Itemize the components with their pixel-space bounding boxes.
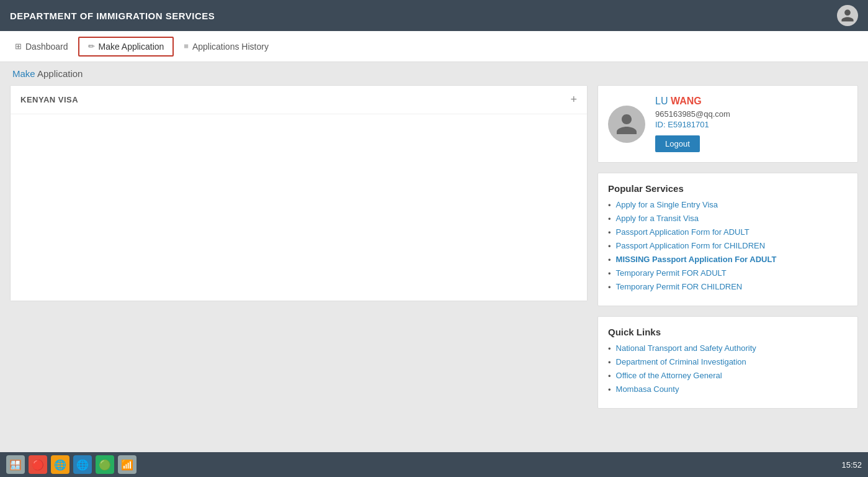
main-content: KENYAN VISA + LU WANG 965163985@qq.co <box>0 85 868 419</box>
app-title: DEPARTMENT OF IMMIGRATION SERVICES <box>10 11 215 21</box>
navbar: ⊞ Dashboard ✏ Make Application ≡ Applica… <box>0 31 868 62</box>
list-item: Mombasa County <box>608 384 848 394</box>
list-icon: ≡ <box>184 42 189 51</box>
nav-applications-history[interactable]: ≡ Applications History <box>174 37 279 57</box>
user-info: LU WANG 965163985@qq.com ID: E59181701 L… <box>655 96 848 152</box>
list-item: Apply for a Single Entry Visa <box>608 200 848 210</box>
service-link-passport-adult[interactable]: Passport Application Form for ADULT <box>616 227 749 237</box>
quick-links-card: Quick Links National Transport and Safet… <box>597 316 858 409</box>
service-link-temp-children[interactable]: Temporary Permit FOR CHILDREN <box>616 282 743 291</box>
list-item: National Transport and Safety Authority <box>608 343 848 353</box>
popular-services-list: Apply for a Single Entry Visa Apply for … <box>608 200 848 292</box>
popular-services-title: Popular Services <box>608 183 848 194</box>
service-link-missing-passport[interactable]: MISSING Passport Application For ADULT <box>616 255 777 264</box>
user-card: LU WANG 965163985@qq.com ID: E59181701 L… <box>597 85 858 163</box>
kenyan-visa-expand-button[interactable]: + <box>570 93 577 106</box>
list-item: Temporary Permit FOR ADULT <box>608 268 848 278</box>
quick-links-list: National Transport and Safety Authority … <box>608 343 848 394</box>
quick-link-dci[interactable]: Department of Criminal Investigation <box>616 357 746 366</box>
avatar <box>608 106 645 143</box>
quick-link-attorney[interactable]: Office of the Attorney General <box>616 371 722 380</box>
kenyan-visa-header: KENYAN VISA + <box>11 86 587 114</box>
left-panel: KENYAN VISA + <box>10 85 588 409</box>
service-link-single-entry[interactable]: Apply for a Single Entry Visa <box>616 200 718 209</box>
list-item: Passport Application Form for ADULT <box>608 227 848 237</box>
list-item: MISSING Passport Application For ADULT <box>608 255 848 265</box>
nav-dashboard[interactable]: ⊞ Dashboard <box>5 37 78 57</box>
kenyan-visa-title: KENYAN VISA <box>20 95 78 104</box>
user-email: 965163985@qq.com <box>655 109 848 119</box>
list-item: Office of the Attorney General <box>608 371 848 381</box>
grid-icon: ⊞ <box>15 42 22 51</box>
user-id: ID: E59181701 <box>655 120 848 129</box>
service-link-transit-visa[interactable]: Apply for a Transit Visa <box>616 214 699 223</box>
kenyan-visa-panel: KENYAN VISA + <box>10 85 588 301</box>
popular-services-card: Popular Services Apply for a Single Entr… <box>597 173 858 306</box>
kenyan-visa-body <box>11 114 587 301</box>
quick-links-title: Quick Links <box>608 327 848 337</box>
user-name: LU WANG <box>655 96 848 107</box>
header-user-icon[interactable] <box>837 5 858 26</box>
breadcrumb: Make Application <box>0 62 868 85</box>
logout-button[interactable]: Logout <box>655 135 700 152</box>
list-item: Passport Application Form for CHILDREN <box>608 241 848 251</box>
right-panel: LU WANG 965163985@qq.com ID: E59181701 L… <box>597 85 858 409</box>
list-item: Apply for a Transit Visa <box>608 214 848 224</box>
service-link-temp-adult[interactable]: Temporary Permit FOR ADULT <box>616 268 727 278</box>
app-header: DEPARTMENT OF IMMIGRATION SERVICES <box>0 0 868 31</box>
quick-link-mombasa[interactable]: Mombasa County <box>616 384 679 394</box>
list-item: Department of Criminal Investigation <box>608 357 848 367</box>
nav-make-application[interactable]: ✏ Make Application <box>78 37 174 57</box>
service-link-passport-children[interactable]: Passport Application Form for CHILDREN <box>616 241 766 250</box>
list-item: Temporary Permit FOR CHILDREN <box>608 282 848 292</box>
pencil-icon: ✏ <box>88 42 95 51</box>
quick-link-ntsa[interactable]: National Transport and Safety Authority <box>616 343 756 353</box>
